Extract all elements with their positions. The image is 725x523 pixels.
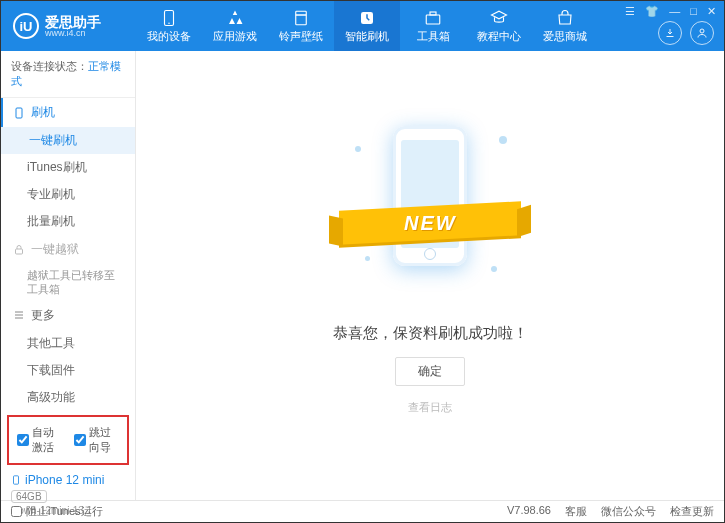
svg-rect-9 [16,249,23,254]
skin-icon[interactable]: 👕 [645,5,659,18]
user-button[interactable] [690,21,714,45]
sidebar-item-other-tools[interactable]: 其他工具 [1,330,135,357]
logo-area: iU 爱思助手 www.i4.cn [1,13,136,39]
view-log-link[interactable]: 查看日志 [408,400,452,415]
sidebar-item-download-firmware[interactable]: 下载固件 [1,357,135,384]
device-storage: 64GB [11,490,47,503]
sidebar-item-pro-flash[interactable]: 专业刷机 [1,181,135,208]
nav-label: 应用游戏 [213,29,257,44]
auto-activate-input[interactable] [17,434,29,446]
sidebar-item-oneclick-flash[interactable]: 一键刷机 [0,127,135,154]
app-logo-icon: iU [13,13,39,39]
sidebar: 设备连接状态：正常模式 刷机 一键刷机 iTunes刷机 专业刷机 批量刷机 一… [1,51,136,500]
phone-icon [160,9,178,27]
version-text: V7.98.66 [507,504,551,519]
nav-toolbox[interactable]: 工具箱 [400,1,466,51]
nav-label: 教程中心 [477,29,521,44]
sidebar-group-flash[interactable]: 刷机 [1,98,135,127]
toolbox-icon [424,9,442,27]
wechat-link[interactable]: 微信公众号 [601,504,656,519]
success-illustration: NEW [345,106,515,306]
nav-store[interactable]: 爱思商城 [532,1,598,51]
lock-icon [13,244,25,256]
group-label: 一键越狱 [31,241,79,258]
nav-tutorials[interactable]: 教程中心 [466,1,532,51]
svg-point-7 [700,29,704,33]
nav-label: 智能刷机 [345,29,389,44]
conn-label: 设备连接状态： [11,60,88,72]
svg-rect-2 [296,11,307,25]
apps-icon [226,9,244,27]
maximize-icon[interactable]: □ [690,5,697,17]
checkbox-label: 阻止iTunes运行 [26,504,103,519]
nav-apps-games[interactable]: 应用游戏 [202,1,268,51]
main-nav: 我的设备 应用游戏 铃声壁纸 智能刷机 工具箱 教程中心 爱思商城 [136,1,625,51]
check-update-link[interactable]: 检查更新 [670,504,714,519]
ringtone-icon [292,9,310,27]
sidebar-item-advanced[interactable]: 高级功能 [1,384,135,411]
group-label: 刷机 [31,104,55,121]
nav-ringtone-wallpaper[interactable]: 铃声壁纸 [268,1,334,51]
close-icon[interactable]: ✕ [707,5,716,18]
nav-label: 爱思商城 [543,29,587,44]
sidebar-item-itunes-flash[interactable]: iTunes刷机 [1,154,135,181]
flash-options-highlight: 自动激活 跳过向导 [7,415,129,465]
checkbox-block-itunes[interactable]: 阻止iTunes运行 [11,504,103,519]
main-content: NEW 恭喜您，保资料刷机成功啦！ 确定 查看日志 [136,51,724,500]
more-icon [13,309,25,321]
device-phone-icon [11,473,21,487]
brand-name: 爱思助手 [45,15,101,29]
device-name-text: iPhone 12 mini [25,473,104,487]
phone-graphic [393,126,467,266]
device-name: iPhone 12 mini [11,473,125,487]
svg-rect-10 [14,475,19,483]
brand-url: www.i4.cn [45,29,101,38]
sidebar-group-jailbreak: 一键越狱 [1,235,135,264]
svg-point-1 [168,22,170,24]
success-message: 恭喜您，保资料刷机成功啦！ [333,324,528,343]
sidebar-item-batch-flash[interactable]: 批量刷机 [1,208,135,235]
connection-status: 设备连接状态：正常模式 [1,51,135,98]
support-link[interactable]: 客服 [565,504,587,519]
sidebar-group-more[interactable]: 更多 [1,301,135,330]
checkbox-label: 跳过向导 [89,425,119,455]
nav-my-device[interactable]: 我的设备 [136,1,202,51]
ribbon-text: NEW [404,212,457,235]
flash-icon [358,9,376,27]
tutorial-icon [490,9,508,27]
nav-label: 铃声壁纸 [279,29,323,44]
window-controls: ☰ 👕 — □ ✕ [625,1,724,18]
ok-button[interactable]: 确定 [395,357,465,386]
nav-smart-flash[interactable]: 智能刷机 [334,1,400,51]
skip-setup-input[interactable] [74,434,86,446]
checkbox-auto-activate[interactable]: 自动激活 [17,425,62,455]
svg-rect-5 [426,15,440,24]
minimize-icon[interactable]: — [669,5,680,17]
menu-icon[interactable]: ☰ [625,5,635,18]
svg-rect-3 [296,14,307,16]
group-label: 更多 [31,307,55,324]
checkbox-skip-setup[interactable]: 跳过向导 [74,425,119,455]
jailbreak-note: 越狱工具已转移至工具箱 [1,264,135,301]
svg-rect-6 [430,12,436,15]
block-itunes-input[interactable] [11,506,22,517]
titlebar: iU 爱思助手 www.i4.cn 我的设备 应用游戏 铃声壁纸 智能刷机 工具… [1,1,724,51]
phone-small-icon [13,107,25,119]
nav-label: 我的设备 [147,29,191,44]
svg-rect-8 [16,108,22,118]
new-ribbon: NEW [339,201,521,245]
store-icon [556,9,574,27]
nav-label: 工具箱 [417,29,450,44]
download-button[interactable] [658,21,682,45]
checkbox-label: 自动激活 [32,425,62,455]
